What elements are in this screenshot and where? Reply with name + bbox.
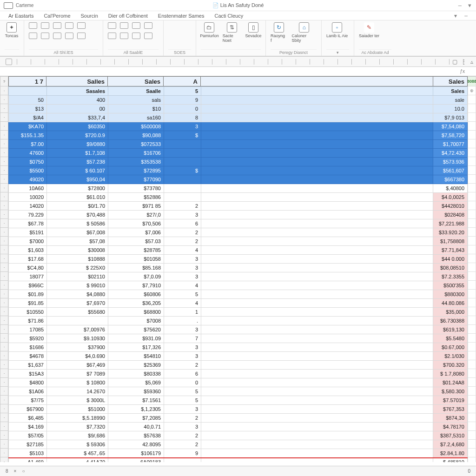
cell[interactable]: Saalle (108, 87, 164, 96)
cell[interactable]: $,40800 (433, 184, 468, 193)
row-header[interactable]: · (0, 387, 8, 396)
cell[interactable]: $60350 (47, 122, 108, 131)
cell[interactable] (201, 140, 433, 149)
cell[interactable]: $4678 (9, 352, 47, 361)
cell[interactable]: 2 (164, 431, 201, 440)
formula-bar[interactable]: ƒx (0, 67, 476, 76)
table-row[interactable]: $27185$ 5930642.80952$7.2,4,680 (9, 440, 468, 449)
cell[interactable]: $68800 (108, 308, 164, 317)
cell[interactable]: $353538 (108, 158, 164, 166)
cell[interactable]: $51000 (47, 405, 108, 414)
cell[interactable]: 9 (164, 449, 201, 458)
cell[interactable]: $7,58,720 (433, 131, 468, 140)
cell[interactable]: $7,6970 (47, 299, 108, 308)
cell[interactable]: 3 (164, 343, 201, 352)
cell[interactable]: 40,0.71 (108, 423, 164, 431)
cell[interactable] (201, 352, 433, 361)
row-header[interactable]: · (0, 104, 8, 113)
row-header[interactable]: · (0, 351, 8, 360)
cell[interactable] (201, 431, 433, 440)
cell[interactable]: $7,7320 (47, 423, 108, 431)
row-header[interactable]: · (0, 210, 8, 219)
cell[interactable]: $90,088 (108, 131, 164, 140)
cell[interactable]: $ 3000L (47, 396, 108, 405)
cell[interactable]: sa160 (108, 113, 164, 122)
rbtn-save[interactable]: ▯Sevadce (246, 22, 261, 38)
cell[interactable]: 6A09183 (108, 458, 164, 463)
row-header[interactable]: ? (0, 76, 8, 86)
row-header[interactable]: · (0, 440, 8, 449)
cell[interactable] (9, 87, 47, 96)
cell[interactable]: $667380 (433, 175, 468, 184)
cell[interactable]: $7.2,4,680 (433, 440, 468, 449)
cell[interactable]: $ 50586 (47, 219, 108, 228)
cell[interactable]: $57.238 (47, 158, 108, 166)
cell[interactable]: 17085 (9, 325, 47, 334)
cell[interactable] (201, 158, 433, 166)
cell[interactable]: $1,70077 (433, 140, 468, 149)
table-row[interactable]: $71.86$7008.$6.730388 (9, 317, 468, 325)
cell[interactable]: 3 (164, 272, 201, 281)
cell[interactable] (201, 184, 433, 193)
cell[interactable]: $7,0.09 (108, 272, 164, 281)
cell[interactable]: $2.1/030 (433, 352, 468, 361)
cell[interactable]: $73780 (108, 184, 164, 193)
cell[interactable]: $ 457,.65 (47, 449, 108, 458)
row-header[interactable]: · (0, 316, 8, 325)
cell[interactable] (201, 458, 433, 463)
cell[interactable] (201, 414, 433, 423)
row-header[interactable]: · (0, 219, 8, 228)
cell[interactable]: $0/1.70 (47, 202, 108, 211)
cell[interactable]: $,580.300 (433, 387, 468, 396)
table-row[interactable]: $67.78$ 50586$70,5066$7,221.988 (9, 219, 468, 228)
table-row[interactable]: $10550$55680$688001$35,000 (9, 308, 468, 317)
cell[interactable] (201, 246, 433, 255)
cell[interactable]: $7,54,080 (433, 122, 468, 131)
cell[interactable]: 42.8095 (108, 440, 164, 449)
cell[interactable] (201, 149, 433, 158)
cell[interactable] (201, 228, 433, 237)
cell[interactable] (201, 387, 433, 396)
cell[interactable] (164, 158, 201, 166)
window-opts-icon[interactable]: ▾ (468, 2, 471, 9)
cell[interactable]: $72895 (108, 166, 164, 175)
table-row[interactable]: 49020$950,04$77090$667380 (9, 175, 468, 184)
cell[interactable]: $35,000 (433, 308, 468, 317)
table-row[interactable]: A1,4694.41A706A09183$,485810 (9, 458, 468, 463)
cell[interactable]: Sales (433, 87, 468, 96)
cell[interactable] (164, 184, 201, 193)
table-row[interactable]: $4800$ 10800$5,0690$01.24A8 (9, 378, 468, 387)
cell[interactable]: $71.86 (9, 317, 47, 325)
cell[interactable]: $77090 (108, 175, 164, 184)
cell[interactable]: $9.10930 (47, 334, 108, 343)
row-header[interactable]: · (0, 449, 8, 457)
col-header-gap[interactable] (201, 76, 433, 86)
cell[interactable]: $4,0880 (47, 290, 108, 299)
cell[interactable]: $966C (9, 281, 47, 290)
row-header[interactable]: · (0, 254, 8, 263)
cell[interactable]: 5 (164, 387, 201, 396)
table-row[interactable]: $17.68$10888$010583$44 0.000 (9, 255, 468, 264)
cell[interactable]: $ 10800 (47, 378, 108, 387)
cell[interactable]: 47600 (9, 149, 47, 158)
cell[interactable]: $57,08 (47, 237, 108, 246)
row-header[interactable]: · (0, 86, 8, 95)
row-header[interactable]: · (0, 334, 8, 343)
cell[interactable]: $7,00976 (47, 325, 108, 334)
cell[interactable]: $70,506 (108, 219, 164, 228)
cell[interactable]: $1,758808 (433, 237, 468, 246)
col-header-3[interactable]: A (164, 76, 201, 86)
col-header-1[interactable]: Salles (46, 76, 108, 86)
cell[interactable] (164, 175, 201, 184)
cell[interactable] (201, 449, 433, 458)
tab-5[interactable]: Cacti Cleucy (214, 13, 243, 19)
table-row[interactable]: $15A3$7 7089$803386$ 1.7,8080 (9, 370, 468, 378)
table-row[interactable]: 17085$7,00976$756203$619,130 (9, 325, 468, 334)
cell[interactable] (201, 193, 433, 202)
cell[interactable]: 44.80.086 (433, 299, 468, 308)
cell[interactable]: 10.0 (433, 105, 468, 113)
table-row[interactable]: $6,485$,5.18990$7,20852$874,30 (9, 414, 468, 423)
cell[interactable] (201, 131, 433, 140)
cell[interactable]: 3 (164, 325, 201, 334)
rbtn-refresh[interactable]: ↻Raoyng f (271, 22, 287, 43)
